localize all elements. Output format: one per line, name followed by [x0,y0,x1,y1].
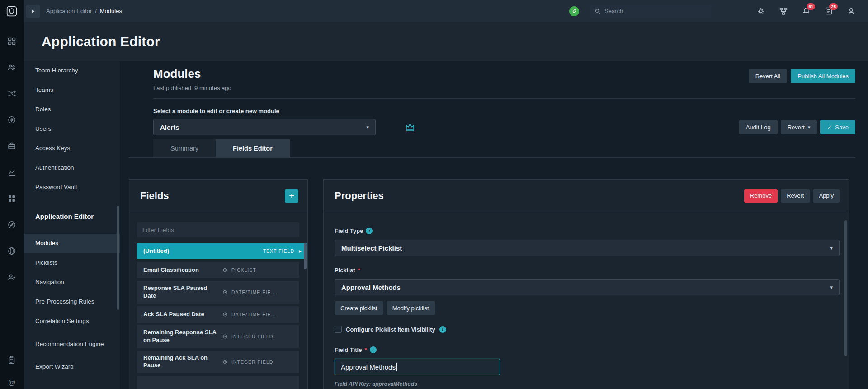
sidebar-item-teams[interactable]: Teams [24,81,120,100]
create-picklist-button[interactable]: Create picklist [335,301,383,315]
visibility-checkbox[interactable] [335,326,342,333]
chevron-down-icon: ▾ [366,125,369,130]
search-input[interactable] [604,8,707,14]
field-title-value: Approval Methods [341,363,396,371]
teams-icon[interactable] [7,63,16,72]
globe-icon[interactable] [7,247,16,256]
revert-all-button[interactable]: Revert All [749,69,788,83]
field-row-remaining-ack-sla[interactable]: Remaining Ack SLA on Pause INTEGER FIELD [137,351,299,373]
automation-icon[interactable] [7,115,16,124]
modules-header: Modules Last published: 9 minutes ago Re… [153,67,855,91]
module-dropdown-value: Alerts [160,123,179,131]
tab-fields-editor[interactable]: Fields Editor [216,139,290,157]
field-row-response-sla-paused-date[interactable]: Response SLA Paused Date DATE/TIME FIE… [137,281,299,304]
properties-panel: Properties Remove Revert Apply Field Typ… [323,179,849,389]
revert-button[interactable]: Revert ▾ [781,120,817,134]
field-title-input[interactable]: Approval Methods [335,359,500,375]
health-status-icon[interactable] [569,6,579,16]
sidebar-item-picklists[interactable]: Picklists [24,253,120,273]
approvals-badge: 25 [829,3,838,10]
modify-picklist-button[interactable]: Modify picklist [387,301,435,315]
main-content: Modules Last published: 9 minutes ago Re… [120,61,868,389]
chevron-right-icon: ▸ [299,248,302,254]
properties-scrollbar[interactable] [844,220,847,356]
sidebar-item-roles[interactable]: Roles [24,100,120,119]
fields-panel-title: Fields [140,190,169,202]
sidebar-section-title: Application Editor [24,213,120,220]
fields-panel: Fields + (Untitled) TEXT FIELD ▸ Email C… [129,179,308,389]
field-type-group: DATE/TIME FIE… [222,289,294,295]
dashboard-icon[interactable] [7,37,16,46]
app-logo[interactable] [0,0,24,22]
modules-header-actions: Revert All Publish All Modules [749,69,855,83]
sidebar-item-recommendation-engine[interactable]: Recommendation Engine [24,331,120,357]
pending-approvals-icon[interactable]: 25 [824,6,834,16]
connectors-icon[interactable] [7,89,16,98]
sidebar-item-password-vault[interactable]: Password Vault [24,178,120,197]
sidebar-item-users[interactable]: Users [24,119,120,139]
field-type-label: INTEGER FIELD [231,334,273,339]
sidebar-scrollbar[interactable] [117,206,119,310]
reports-icon[interactable] [7,168,16,177]
info-icon[interactable]: i [366,228,373,234]
tasks-clipboard-icon[interactable] [7,356,16,365]
field-type-dropdown[interactable]: Multiselect Picklist ▾ [335,240,840,256]
rail-bottom-group: @ [0,356,24,387]
tab-summary[interactable]: Summary [153,139,216,157]
filter-fields-input[interactable] [137,222,299,237]
properties-panel-body: Field Type i Multiselect Picklist ▾ Pick… [324,212,849,387]
apply-button[interactable]: Apply [813,189,840,203]
audit-log-button[interactable]: Audit Log [739,120,778,134]
field-title-label-row: Field Title * i [335,346,840,353]
sidebar-item-export-wizard[interactable]: Export Wizard [24,357,120,377]
field-name: Email Classification [143,266,222,274]
field-row-untitled[interactable]: (Untitled) TEXT FIELD ▸ [137,243,307,259]
module-tabs: Summary Fields Editor [129,139,855,158]
field-type-group: INTEGER FIELD [222,334,294,339]
search-box[interactable] [590,5,712,18]
visibility-label: Configure Picklist Item Visibility [346,326,435,333]
remove-button[interactable]: Remove [744,189,778,203]
support-at-icon[interactable]: @ [7,378,16,387]
sidebar: Team Hierarchy Teams Roles Users Access … [24,61,120,389]
notifications-bell-icon[interactable]: 61 [801,6,811,16]
application-editor-app: @ Application Editor / Modules [0,0,868,389]
widgets-icon[interactable] [7,194,16,203]
revert-field-button[interactable]: Revert [781,189,810,203]
fields-scrollbar[interactable] [304,243,307,269]
info-icon[interactable]: i [439,326,446,333]
sidebar-item-modules[interactable]: Modules [24,234,120,253]
business-icon[interactable] [7,142,16,151]
sidebar-item-access-keys[interactable]: Access Keys [24,139,120,158]
revert-button-label: Revert [788,124,805,131]
module-controls-left: Alerts ▾ [153,119,416,135]
sidebar-item-correlation-settings[interactable]: Correlation Settings [24,312,120,331]
fields-panel-header: Fields + [129,180,307,212]
properties-panel-title: Properties [335,190,384,202]
sidebar-toggle-button[interactable] [26,5,40,18]
field-row-email-classification[interactable]: Email Classification PICKLIST [137,262,299,278]
breadcrumb-parent[interactable]: Application Editor [46,8,92,14]
settings-gear-icon[interactable] [756,6,766,16]
module-select-dropdown[interactable]: Alerts ▾ [153,119,376,135]
sidebar-item-navigation[interactable]: Navigation [24,273,120,292]
field-name: (Untitled) [143,247,263,255]
required-asterisk: * [358,267,360,274]
field-list: (Untitled) TEXT FIELD ▸ Email Classifica… [137,243,299,389]
sidebar-item-authentication[interactable]: Authentication [24,158,120,178]
save-button[interactable]: ✓ Save [820,120,855,134]
org-switcher-icon[interactable] [778,6,788,16]
sidebar-item-pre-processing-rules[interactable]: Pre-Processing Rules [24,292,120,312]
info-icon[interactable]: i [370,346,377,353]
field-row-ack-sla-paused-date[interactable]: Ack SLA Paused Date DATE/TIME FIE… [137,306,299,323]
picklist-dropdown[interactable]: Approval Methods ▾ [335,279,840,295]
compass-icon[interactable] [7,220,16,229]
publish-all-modules-button[interactable]: Publish All Modules [791,69,855,83]
field-row-remaining-response-sla[interactable]: Remaining Response SLA on Pause INTEGER … [137,325,299,348]
user-profile-icon[interactable] [846,6,856,16]
field-row-partial[interactable] [137,376,299,389]
user-management-icon[interactable] [7,273,16,282]
topbar-right-group: 61 25 [569,5,856,18]
add-field-button[interactable]: + [285,189,298,203]
sidebar-item-team-hierarchy[interactable]: Team Hierarchy [24,61,120,81]
